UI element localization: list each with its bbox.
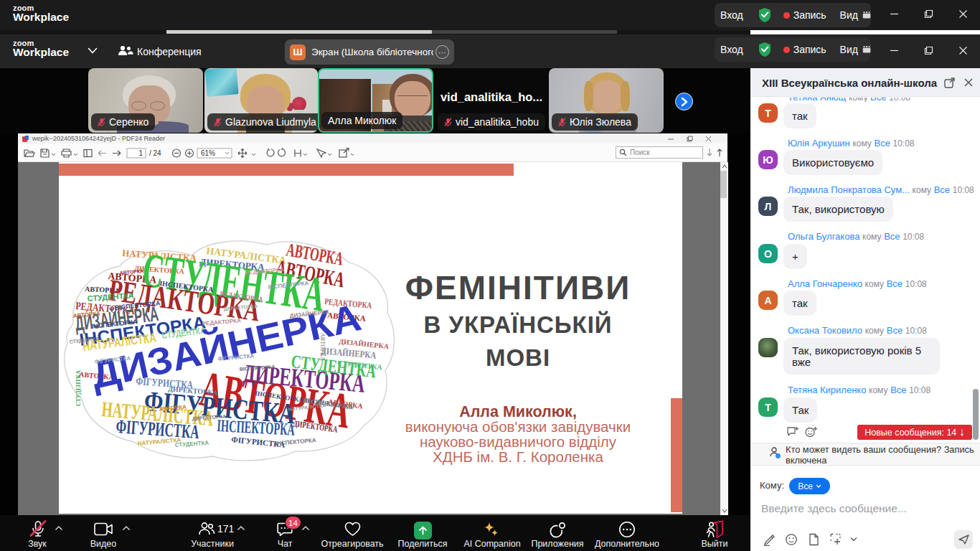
- svg-text:61%: 61%: [201, 149, 215, 157]
- svg-text:ІНСПЕКТОРКА: ІНСПЕКТОРКА: [217, 415, 296, 438]
- svg-text:СТУДЕНТКА: СТУДЕНТКА: [75, 370, 82, 406]
- svg-text:/ 24: / 24: [149, 149, 161, 157]
- svg-text:1: 1: [138, 149, 143, 157]
